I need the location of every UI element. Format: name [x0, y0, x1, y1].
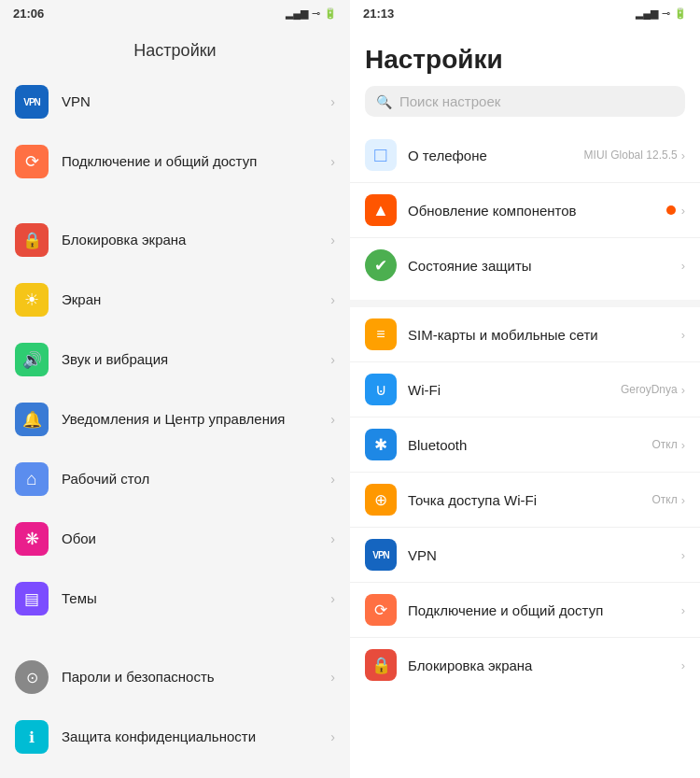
updates-badge-container: › [666, 204, 685, 218]
about-value-container: MIUI Global 12.5.5 › [584, 149, 685, 163]
signal-icon-left: ▂▄▆ [286, 7, 308, 20]
right-item-hotspot[interactable]: ⊕ Точка доступа Wi-Fi Откл › [350, 473, 700, 528]
lock-chevron-right: › [681, 658, 685, 672]
connection-icon: ⟳ [15, 145, 49, 178]
right-item-updates[interactable]: ▲ Обновление компонентов › [350, 183, 700, 238]
desktop-chevron: › [330, 472, 335, 487]
sidebar-item-lock[interactable]: 🔒 Блокировка экрана › [0, 210, 350, 270]
status-bar-container: 21:06 ▂▄▆ ⊸ 🔋 21:13 ▂▄▆ ⊸ 🔋 [0, 0, 700, 26]
search-icon: 🔍 [376, 94, 392, 109]
wallpaper-label: Обои [62, 530, 330, 548]
about-content: О телефоне MIUI Global 12.5.5 › [408, 148, 685, 163]
right-item-lock[interactable]: 🔒 Блокировка экрана › [350, 638, 700, 692]
search-bar[interactable]: 🔍 Поиск настроек [365, 86, 685, 117]
wifi-icon: ⊍ [365, 374, 397, 405]
notifications-chevron: › [330, 412, 335, 427]
hotspot-value: Откл [651, 493, 677, 506]
section-divider-1 [0, 191, 350, 210]
divider-1 [350, 300, 700, 307]
bluetooth-content: Bluetooth Откл › [408, 437, 685, 453]
battery-icon-left: 🔋 [324, 7, 337, 20]
sim-label: SIM-карты и мобильные сети [408, 327, 598, 343]
right-item-bluetooth[interactable]: ✱ Bluetooth Откл › [350, 417, 700, 473]
right-item-vpn[interactable]: VPN VPN › [350, 528, 700, 583]
right-vpn-icon: VPN [365, 539, 397, 571]
privacy-icon: ℹ [15, 720, 49, 754]
sidebar-item-desktop[interactable]: ⌂ Рабочий стол › [0, 449, 350, 509]
sound-icon: 🔊 [15, 343, 49, 376]
right-item-sim[interactable]: ≡ SIM-карты и мобильные сети › [350, 307, 700, 362]
hotspot-icon: ⊕ [365, 484, 397, 516]
right-item-security[interactable]: ✔ Состояние защиты › [350, 238, 700, 292]
bluetooth-icon: ✱ [365, 429, 397, 460]
themes-label: Темы [62, 589, 330, 608]
lock-label-right: Блокировка экрана [408, 658, 532, 673]
left-panel-title: Настройки [0, 26, 350, 72]
sidebar-item-display[interactable]: ☀ Экран › [0, 270, 350, 330]
lock-chevron: › [330, 233, 335, 248]
about-icon: □ [365, 139, 397, 171]
vpn-label: VPN [62, 92, 330, 111]
about-value: MIUI Global 12.5.5 [584, 149, 678, 162]
right-connection-icon: ⟳ [365, 594, 397, 626]
wifi-label: Wi-Fi [408, 382, 441, 398]
about-label: О телефоне [408, 148, 487, 163]
wifi-icon-right: ⊸ [662, 7, 670, 20]
hotspot-label: Точка доступа Wi-Fi [408, 492, 537, 508]
security-icon: ✔ [365, 249, 397, 281]
connection-label: Подключение и общий доступ [62, 152, 330, 171]
hotspot-content: Точка доступа Wi-Fi Откл › [408, 492, 685, 508]
sidebar-item-privacy[interactable]: ℹ Защита конфиденциальности › [0, 707, 350, 767]
vpn-chevron: › [330, 94, 335, 109]
notifications-label: Уведомления и Центр управления [62, 410, 330, 429]
vpn-icon: VPN [15, 85, 49, 119]
right-item-connection[interactable]: ⟳ Подключение и общий доступ › [350, 583, 700, 638]
lock-icon: 🔒 [15, 223, 49, 257]
passwords-chevron: › [330, 670, 335, 685]
right-panel-title: Настройки [350, 26, 700, 86]
display-chevron: › [330, 292, 335, 307]
vpn-label-right: VPN [408, 547, 437, 563]
sim-content: SIM-карты и мобильные сети › [408, 327, 685, 343]
bluetooth-label: Bluetooth [408, 437, 467, 453]
search-placeholder: Поиск настроек [399, 93, 500, 109]
sidebar-item-passwords[interactable]: ⊙ Пароли и безопасность › [0, 647, 350, 707]
top-section: □ О телефоне MIUI Global 12.5.5 › ▲ Обно… [350, 128, 700, 292]
desktop-icon: ⌂ [15, 462, 49, 496]
sim-chevron: › [681, 328, 685, 342]
sidebar-item-vpn[interactable]: VPN VPN › [0, 72, 350, 132]
wifi-chevron: › [681, 383, 685, 397]
updates-chevron: › [681, 204, 685, 218]
vpn-content: VPN › [408, 547, 685, 563]
hotspot-chevron: › [681, 493, 685, 507]
passwords-icon: ⊙ [15, 660, 49, 694]
sidebar-item-wallpaper[interactable]: ❋ Обои › [0, 509, 350, 569]
sidebar-item-sound[interactable]: 🔊 Звук и вибрация › [0, 330, 350, 389]
vpn-chevron-right: › [681, 548, 685, 562]
sidebar-item-more[interactable]: ⋯ [0, 767, 350, 778]
left-panel: Настройки VPN VPN › ⟳ Подключение и общи… [0, 26, 350, 778]
privacy-chevron: › [330, 729, 335, 744]
privacy-label: Защита конфиденциальности [62, 728, 330, 746]
security-chevron: › [681, 259, 685, 273]
right-item-about[interactable]: □ О телефоне MIUI Global 12.5.5 › [350, 128, 700, 183]
connection-chevron-right: › [681, 603, 685, 617]
right-item-wifi[interactable]: ⊍ Wi-Fi GeroyDnya › [350, 362, 700, 417]
notifications-icon: 🔔 [15, 403, 49, 436]
connection-content: Подключение и общий доступ › [408, 602, 685, 618]
right-panel: Настройки 🔍 Поиск настроек □ О телефоне … [350, 26, 700, 778]
sidebar-item-connection[interactable]: ⟳ Подключение и общий доступ › [0, 132, 350, 191]
status-time-right: 21:13 [363, 7, 394, 21]
security-content: Состояние защиты › [408, 258, 685, 274]
wallpaper-chevron: › [330, 531, 335, 546]
updates-label: Обновление компонентов [408, 203, 577, 219]
updates-content: Обновление компонентов › [408, 203, 685, 219]
lock-content: Блокировка экрана › [408, 658, 685, 673]
sidebar-item-notifications[interactable]: 🔔 Уведомления и Центр управления › [0, 389, 350, 449]
about-chevron: › [681, 149, 685, 163]
passwords-label: Пароли и безопасность [62, 668, 330, 686]
sim-icon: ≡ [365, 318, 397, 350]
status-time-left: 21:06 [13, 7, 44, 21]
sidebar-item-themes[interactable]: ▤ Темы › [0, 569, 350, 629]
themes-icon: ▤ [15, 582, 49, 615]
